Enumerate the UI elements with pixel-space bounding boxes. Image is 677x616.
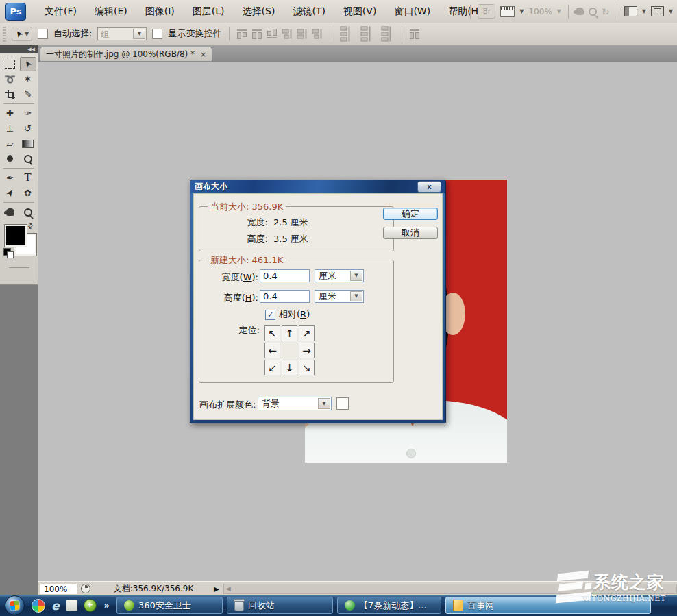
status-flyout-icon[interactable]: ▶ xyxy=(214,585,219,593)
align-left-icon[interactable] xyxy=(283,29,292,38)
quick-launch-360-icon[interactable] xyxy=(32,599,45,613)
canvas-extension-color-dropdown[interactable]: 背景 ▼ xyxy=(258,397,332,410)
brush-tool[interactable]: ✑ xyxy=(20,106,36,121)
chevron-down-icon[interactable]: ▼ xyxy=(669,8,673,14)
dialog-title-bar[interactable]: 画布大小 x xyxy=(190,180,445,193)
menu-image[interactable]: 图像(I) xyxy=(136,5,184,18)
bridge-button[interactable]: Br xyxy=(478,4,495,19)
dodge-tool[interactable] xyxy=(20,151,36,166)
chevron-down-icon[interactable]: ▼ xyxy=(350,291,362,301)
horizontal-scrollbar[interactable]: ◀ xyxy=(223,584,677,594)
crop-tool[interactable] xyxy=(2,87,19,101)
anchor-top-right[interactable]: ↗ xyxy=(299,325,315,341)
dialog-close-button[interactable]: x xyxy=(417,181,441,193)
canvas-extension-color-swatch[interactable] xyxy=(336,397,349,410)
anchor-center[interactable] xyxy=(282,343,297,358)
path-selection-tool[interactable]: ➤ xyxy=(2,186,19,200)
menu-select[interactable]: 选择(S) xyxy=(234,5,284,18)
chevron-down-icon[interactable]: ▼ xyxy=(519,8,524,14)
distribute-top-icon[interactable] xyxy=(341,26,350,41)
history-brush-tool[interactable]: ↺ xyxy=(20,121,36,136)
hand-tool-icon[interactable] xyxy=(576,8,584,15)
chevron-down-icon[interactable]: ▼ xyxy=(557,8,561,14)
distribute-vcenter-icon[interactable] xyxy=(362,26,371,41)
custom-shape-tool[interactable]: ✿ xyxy=(20,186,36,200)
default-colors-icon[interactable] xyxy=(3,248,11,256)
cancel-button[interactable]: 取消 xyxy=(383,227,438,239)
zoom-tool[interactable] xyxy=(20,205,36,219)
internet-explorer-icon[interactable]: e xyxy=(51,599,60,613)
align-top-icon[interactable] xyxy=(237,29,247,38)
distribute-bottom-icon[interactable] xyxy=(382,26,391,41)
anchor-bottom-left[interactable]: ↙ xyxy=(264,360,280,375)
menu-layer[interactable]: 图层(L) xyxy=(184,5,234,18)
taskbar-item-recycle-bin[interactable]: 回收站 xyxy=(227,597,333,614)
move-tool[interactable]: ➤ xyxy=(20,57,36,71)
menu-filter[interactable]: 滤镜(T) xyxy=(284,5,334,18)
zoom-tool-icon[interactable] xyxy=(589,8,597,16)
taskbar-item-360[interactable]: 360安全卫士 xyxy=(116,597,223,614)
new-width-input[interactable]: 0.4 xyxy=(260,269,310,282)
quick-launch-overflow[interactable]: » xyxy=(104,600,110,611)
eraser-icon: ▱ xyxy=(7,139,14,148)
blur-tool[interactable] xyxy=(2,151,19,166)
view-extras-icon[interactable] xyxy=(500,6,515,17)
anchor-top[interactable]: ↑ xyxy=(282,325,297,341)
auto-select-checkbox[interactable] xyxy=(38,29,48,39)
close-icon[interactable]: × xyxy=(200,50,206,59)
quick-launch-app-icon[interactable] xyxy=(66,600,77,611)
clone-stamp-tool[interactable]: ⊥ xyxy=(2,121,19,136)
menu-view[interactable]: 视图(V) xyxy=(334,5,386,18)
anchor-right[interactable]: → xyxy=(299,343,315,358)
status-zoom-input[interactable]: 100% xyxy=(40,584,77,594)
menu-window[interactable]: 窗口(W) xyxy=(385,5,439,18)
magic-wand-tool[interactable]: ✶ xyxy=(20,72,36,86)
menu-file[interactable]: 文件(F) xyxy=(36,5,86,18)
foreground-color-swatch[interactable] xyxy=(5,225,27,247)
align-right-icon[interactable] xyxy=(313,29,322,38)
document-tab[interactable]: 一寸照片的制作.jpg @ 100%(RGB/8) * × xyxy=(40,47,212,61)
eyedropper-tool[interactable]: ✐ xyxy=(20,87,36,101)
separator xyxy=(617,5,617,19)
align-hcenter-icon[interactable] xyxy=(298,29,307,38)
chevron-down-icon[interactable]: ▼ xyxy=(133,29,145,39)
auto-select-dropdown[interactable]: 组 ▼ xyxy=(97,27,147,40)
current-tool-indicator[interactable]: ➤ ▼ xyxy=(12,27,32,41)
taskbar-item-news[interactable]: 【7条新动态】... xyxy=(337,597,441,614)
start-button[interactable] xyxy=(5,595,25,615)
new-width-unit-dropdown[interactable]: 厘米 ▼ xyxy=(315,269,364,282)
type-tool[interactable]: T xyxy=(20,171,36,185)
rectangular-marquee-tool[interactable] xyxy=(2,57,19,71)
new-height-unit-dropdown[interactable]: 厘米 ▼ xyxy=(315,290,364,303)
anchor-top-left[interactable]: ↖ xyxy=(264,325,280,341)
taskbar-item-baishiwang[interactable]: 百事网 xyxy=(445,597,651,614)
eraser-tool[interactable]: ▱ xyxy=(2,136,19,151)
swap-colors-icon[interactable]: ⇄ xyxy=(25,221,35,231)
lasso-tool[interactable]: ➰ xyxy=(2,72,19,86)
pen-tool[interactable]: ✒ xyxy=(2,171,19,185)
healing-brush-tool[interactable]: ✚ xyxy=(2,106,19,121)
hand-tool[interactable] xyxy=(2,205,19,219)
menu-edit[interactable]: 编辑(E) xyxy=(86,5,136,18)
screen-mode-icon[interactable] xyxy=(651,6,664,16)
align-vcenter-icon[interactable] xyxy=(252,29,262,38)
anchor-bottom[interactable]: ↓ xyxy=(282,360,297,375)
anchor-left[interactable]: ← xyxy=(264,343,280,358)
chevron-down-icon[interactable]: ▼ xyxy=(318,398,330,409)
new-height-input[interactable]: 0.4 xyxy=(260,290,310,303)
auto-align-icon[interactable] xyxy=(410,29,419,38)
toolbox-collapse-button[interactable]: ◀◀ xyxy=(0,45,38,53)
anchor-bottom-right[interactable]: ↘ xyxy=(299,360,315,375)
workspace-layout-icon[interactable] xyxy=(624,6,637,16)
ok-button[interactable]: 确定 xyxy=(383,208,438,220)
gradient-tool[interactable] xyxy=(20,136,36,151)
quick-launch-green-icon[interactable]: + xyxy=(84,599,97,612)
chevron-down-icon[interactable]: ▼ xyxy=(642,8,646,14)
rotate-view-icon[interactable]: ↻ xyxy=(602,7,610,16)
relative-checkbox[interactable]: ✓ xyxy=(265,310,275,320)
show-transform-checkbox[interactable] xyxy=(152,29,162,39)
chevron-down-icon[interactable]: ▼ xyxy=(350,271,362,281)
align-bottom-icon[interactable] xyxy=(267,29,277,38)
current-width-value: 2.5 厘米 xyxy=(273,217,308,229)
scroll-left-icon[interactable]: ◀ xyxy=(226,585,231,592)
